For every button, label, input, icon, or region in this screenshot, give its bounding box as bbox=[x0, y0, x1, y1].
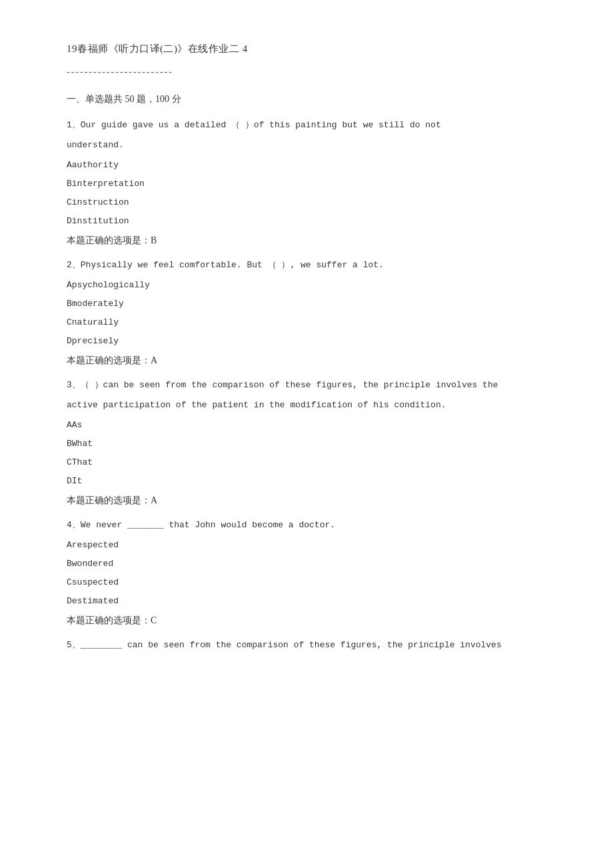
question-4-answer: 本题正确的选项是：C bbox=[67, 611, 560, 630]
question-3-text-line1: 3、（ ）can be seen from the comparison of … bbox=[67, 377, 560, 394]
question-1-option-c: Cinstruction bbox=[67, 194, 560, 211]
question-4-option-d: Destimated bbox=[67, 593, 560, 610]
question-2-option-a: Apsychologically bbox=[67, 277, 560, 294]
question-1-text-line1: 1、Our guide gave us a detailed （ ）of thi… bbox=[67, 117, 560, 134]
question-4: 4、We never _______ that John would becom… bbox=[67, 517, 560, 630]
question-1-answer: 本题正确的选项是：B bbox=[67, 231, 560, 250]
question-4-option-b: Bwondered bbox=[67, 555, 560, 573]
divider-line: ------------------------ bbox=[67, 63, 560, 80]
question-1-text-line2: understand. bbox=[67, 137, 560, 154]
question-3-answer: 本题正确的选项是：A bbox=[67, 491, 560, 510]
page-title: 19春福师《听力口译(二)》在线作业二 4 bbox=[67, 40, 560, 58]
question-5: 5、________ can be seen from the comparis… bbox=[67, 637, 560, 654]
section-header: 一、单选题共 50 题，100 分 bbox=[67, 91, 560, 107]
question-2-text-line1: 2、Physically we feel comfortable. But （ … bbox=[67, 257, 560, 274]
question-2-answer: 本题正确的选项是：A bbox=[67, 351, 560, 370]
question-3-option-a: AAs bbox=[67, 417, 560, 434]
question-5-text-line1: 5、________ can be seen from the comparis… bbox=[67, 637, 560, 654]
question-4-option-c: Csuspected bbox=[67, 574, 560, 591]
question-3: 3、（ ）can be seen from the comparison of … bbox=[67, 377, 560, 510]
question-3-option-c: CThat bbox=[67, 454, 560, 471]
question-1-option-a: Aauthority bbox=[67, 157, 560, 174]
question-1: 1、Our guide gave us a detailed （ ）of thi… bbox=[67, 117, 560, 250]
question-4-option-a: Arespected bbox=[67, 537, 560, 554]
question-2-option-b: Bmoderately bbox=[67, 295, 560, 313]
question-3-text-line2: active participation of the patient in t… bbox=[67, 397, 560, 414]
page-container: 19春福师《听力口译(二)》在线作业二 4 ------------------… bbox=[67, 40, 560, 654]
question-1-option-d: Dinstitution bbox=[67, 213, 560, 230]
question-2-option-d: Dprecisely bbox=[67, 333, 560, 350]
question-3-option-d: DIt bbox=[67, 473, 560, 490]
question-4-text-line1: 4、We never _______ that John would becom… bbox=[67, 517, 560, 534]
question-2: 2、Physically we feel comfortable. But （ … bbox=[67, 257, 560, 370]
question-1-option-b: Binterpretation bbox=[67, 175, 560, 193]
question-3-option-b: BWhat bbox=[67, 435, 560, 453]
question-2-option-c: Cnaturally bbox=[67, 314, 560, 331]
